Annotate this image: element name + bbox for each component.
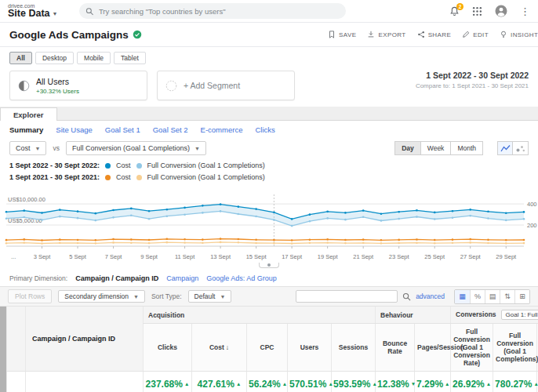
x-axis-label: 3 Sept — [34, 253, 51, 260]
x-axis-label: 13 Sept — [210, 253, 231, 260]
x-axis-label: 21 Sept — [353, 253, 373, 260]
device-tab-desktop[interactable]: Desktop — [35, 52, 74, 64]
search-input[interactable] — [99, 7, 340, 16]
segment-delta: +30.32% Users — [36, 88, 79, 95]
trend-up-icon: ▲ — [533, 381, 538, 387]
chart-controls: Cost▼ vs Full Conversion (Goal 1 Complet… — [0, 138, 538, 160]
trend-down-icon: ▼ — [411, 381, 416, 387]
edit-button[interactable]: EDIT — [462, 31, 489, 38]
summary-dimension-cell — [26, 372, 144, 392]
view-comparison-icon[interactable]: ⇅ — [500, 290, 514, 303]
report-header: Google Ads Campaigns SAVE EXPORT SHARE — [0, 22, 538, 47]
column-header-completions[interactable]: Full Conversion (Goal 1 Completions) — [493, 324, 537, 372]
summary-metric: 56.24%▲ US$7.14 vs US$4.57 — [247, 372, 288, 392]
trend-up-icon: ▲ — [486, 381, 491, 387]
motion-chart-view-button[interactable] — [513, 141, 529, 155]
dimension-campaign[interactable]: Campaign — [166, 274, 198, 282]
column-header-sessions[interactable]: Sessions — [332, 324, 376, 372]
view-pivot-icon[interactable]: ⊞ — [514, 290, 529, 303]
vs-label: vs — [53, 144, 60, 152]
table-group-header-row: Campaign / Campaign ID Acquisition Behav… — [7, 307, 538, 324]
add-segment-circle-icon — [165, 80, 177, 92]
column-header-cost[interactable]: Cost↓ — [192, 324, 247, 372]
search-icon — [85, 7, 93, 16]
add-segment-button[interactable]: + Add Segment — [157, 71, 295, 100]
trend-up-icon: ▲ — [236, 381, 241, 387]
trend-up-icon: ▲ — [372, 381, 376, 387]
subnav-site-usage[interactable]: Site Usage — [56, 125, 92, 134]
subnav-goal-set-2[interactable]: Goal Set 2 — [153, 125, 188, 134]
x-axis-label: 11 Sept — [175, 253, 194, 260]
chevron-down-icon: ▼ — [35, 146, 41, 151]
account-switcher[interactable]: drivee.com Site Data ▼ — [8, 3, 57, 19]
trend-chart[interactable]: US$10,000.00400US$5,000.00200 ...3 Sept5… — [0, 188, 538, 268]
dimension-campaign-id[interactable]: Campaign / Campaign ID — [75, 274, 158, 282]
granularity-week[interactable]: Week — [421, 141, 452, 155]
export-button[interactable]: EXPORT — [367, 31, 405, 38]
segment-all-users[interactable]: All Users +30.32% Users — [9, 71, 147, 100]
table-search-input[interactable] — [296, 290, 398, 303]
group-acquisition: Acquisition — [144, 307, 376, 324]
device-tab-all[interactable]: All — [9, 52, 32, 64]
secondary-dimension-selector[interactable]: Secondary dimension▼ — [58, 290, 145, 303]
granularity-day[interactable]: Day — [394, 141, 421, 155]
date-range-selector[interactable]: 1 Sept 2022 - 30 Sept 2022 Compare to: 1… — [416, 71, 529, 89]
legend-dot-cost-previous — [105, 175, 111, 180]
column-header-pages-session[interactable]: Pages/Session — [415, 324, 451, 372]
subnav-clicks[interactable]: Clicks — [255, 125, 274, 134]
pencil-icon — [462, 31, 470, 38]
subnav-goal-set-1[interactable]: Goal Set 1 — [105, 125, 140, 134]
metric-selector-2[interactable]: Full Conversion (Goal 1 Completions)▼ — [66, 141, 206, 155]
advanced-filter-link[interactable]: advanced — [416, 292, 445, 300]
motion-chart-icon — [515, 144, 525, 153]
annotations-drawer-toggle[interactable] — [259, 263, 279, 268]
insights-button[interactable]: INSIGHTS — [500, 31, 538, 38]
column-header-bounce-rate[interactable]: Bounce Rate — [376, 324, 415, 372]
svg-text:US$10,000.00: US$10,000.00 — [8, 196, 45, 203]
chart-x-axis-labels: ...3 Sept5 Sept7 Sept9 Sept11 Sept13 Sep… — [0, 252, 538, 263]
view-performance-icon[interactable]: ▤ — [485, 290, 500, 303]
legend-dot-conversion-previous — [136, 175, 142, 180]
segment-bar: All Users +30.32% Users + Add Segment 1 … — [0, 67, 538, 107]
plot-rows-button[interactable]: Plot Rows — [8, 289, 52, 303]
line-chart-view-button[interactable] — [497, 141, 513, 155]
view-table-icon[interactable]: ▦ — [455, 290, 470, 303]
device-tab-tablet[interactable]: Tablet — [114, 52, 146, 64]
sort-desc-icon: ↓ — [226, 343, 229, 351]
subnav-ecommerce[interactable]: E-commerce — [201, 125, 243, 134]
save-button[interactable]: SAVE — [328, 31, 356, 38]
metric-selector-1[interactable]: Cost▼ — [9, 141, 46, 155]
apps-grid-icon[interactable] — [472, 6, 482, 16]
global-search[interactable] — [79, 3, 346, 19]
legend-current-period: 1 Sept 2022 - 30 Sept 2022: — [9, 162, 100, 169]
avatar[interactable] — [495, 5, 507, 17]
chart-canvas[interactable]: US$10,000.00400US$5,000.00200 — [0, 188, 538, 252]
device-tab-mobile[interactable]: Mobile — [77, 52, 111, 64]
view-percentage-icon[interactable]: % — [470, 290, 485, 303]
column-header-users[interactable]: Users — [288, 324, 332, 372]
share-button[interactable]: SHARE — [417, 31, 452, 38]
dimension-column-header[interactable]: Campaign / Campaign ID — [26, 307, 144, 372]
x-axis-label: 15 Sept — [246, 253, 267, 260]
share-icon — [417, 31, 425, 38]
table-search-icon[interactable] — [402, 292, 411, 301]
dimension-ad-group[interactable]: Google Ads: Ad Group — [206, 274, 277, 282]
sort-type-selector[interactable]: Default▼ — [188, 290, 232, 303]
conversion-goal-selector[interactable]: Goal 1: Full Conversion ▼ — [501, 310, 538, 320]
x-axis-label: 7 Sept — [105, 253, 122, 260]
trend-up-icon: ▲ — [328, 381, 333, 387]
notification-badge: 2 — [456, 3, 463, 10]
tab-explorer[interactable]: Explorer — [0, 107, 57, 121]
line-chart-icon — [500, 144, 511, 153]
column-header-clicks[interactable]: Clicks — [144, 324, 192, 372]
metric-group-nav: Summary Site Usage Goal Set 1 Goal Set 2… — [0, 121, 538, 138]
kebab-menu-icon[interactable]: ⋮ — [520, 6, 530, 16]
subnav-summary[interactable]: Summary — [9, 125, 43, 134]
summary-metric: 7.29%▲ 5.09 vs 4.74 — [415, 372, 451, 392]
column-header-cpc[interactable]: CPC — [247, 324, 288, 372]
granularity-month[interactable]: Month — [451, 141, 483, 155]
summary-metric: 593.59%▲ 34,944 vs 5,038 — [332, 372, 376, 392]
notifications-button[interactable]: 2 — [449, 6, 460, 16]
x-axis-label: ... — [11, 253, 16, 260]
bookmark-icon — [328, 31, 336, 38]
